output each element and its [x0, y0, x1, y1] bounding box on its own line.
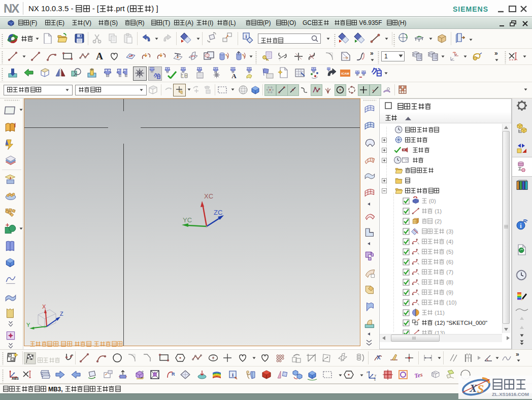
svg-text:y: y [375, 374, 376, 377]
svg-text:ZC: ZC [214, 209, 222, 216]
svg-text:ICAM: ICAM [341, 72, 349, 75]
svg-text:S: S [477, 382, 484, 395]
svg-text:ABS: ABS [12, 377, 19, 380]
svg-text:z: z [367, 371, 368, 374]
svg-text:XC: XC [204, 192, 213, 200]
svg-text:Y: Y [26, 322, 30, 328]
svg-text:R: R [172, 372, 175, 377]
svg-text:i: i [246, 34, 247, 39]
svg-text:YC: YC [183, 216, 192, 224]
svg-text:X: X [469, 382, 478, 394]
svg-text:Z: Z [60, 311, 63, 317]
svg-text:x: x [374, 378, 376, 381]
svg-text:Tes: Tes [414, 371, 423, 380]
svg-text:A: A [231, 72, 237, 79]
svg-text:i: i [232, 372, 234, 378]
svg-text:A: A [96, 51, 103, 61]
svg-text:X: X [42, 304, 46, 310]
